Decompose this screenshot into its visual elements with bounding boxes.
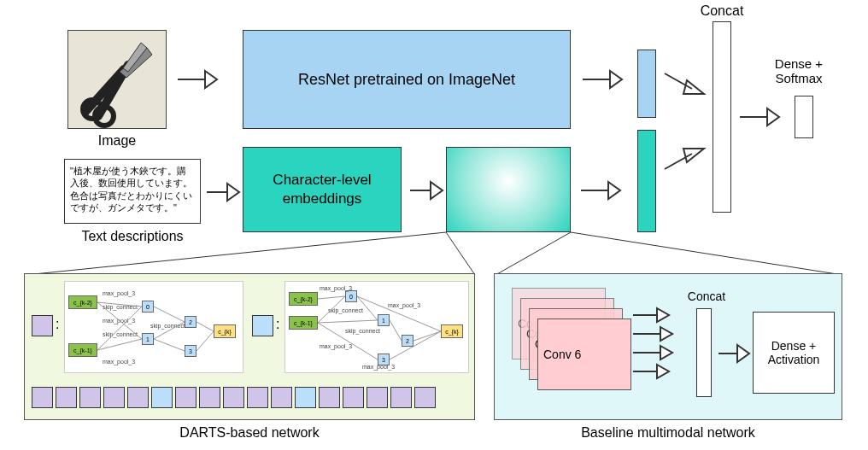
arrow-icon <box>581 67 625 92</box>
text-encoder-block <box>446 147 571 232</box>
concat-vector <box>713 21 731 213</box>
svg-line-24 <box>390 331 441 359</box>
arrow-icon <box>738 104 783 130</box>
cell-block <box>56 387 77 408</box>
cell-block <box>390 387 412 408</box>
svg-line-10 <box>97 339 142 350</box>
cell-block <box>199 387 220 408</box>
cell-block <box>151 387 173 408</box>
cell-block <box>343 387 364 408</box>
dense-activation-block: Dense + Activation <box>753 312 835 394</box>
svg-line-19 <box>318 320 378 323</box>
svg-line-6 <box>496 232 571 275</box>
svg-line-20 <box>390 320 402 341</box>
cell-block <box>103 387 125 408</box>
darts-cell-preview-blue <box>252 315 273 336</box>
cell-block <box>32 387 53 408</box>
svg-line-22 <box>357 296 441 331</box>
embeddings-block: Character-level embeddings <box>243 147 402 232</box>
conv-layer: Conv 6 <box>537 319 631 390</box>
svg-line-17 <box>318 296 345 323</box>
image-feature-vector <box>637 50 656 118</box>
arrow-bundle <box>631 300 686 385</box>
cell-block <box>175 387 196 408</box>
cell-block <box>247 387 268 408</box>
cell-block <box>295 387 316 408</box>
dense-activation-label: Dense + Activation <box>754 339 834 366</box>
cell-block <box>79 387 101 408</box>
cell-block <box>127 387 149 408</box>
svg-line-14 <box>196 322 214 331</box>
svg-line-8 <box>97 302 142 339</box>
svg-line-12 <box>154 322 185 339</box>
darts-cell-diagram-left: c_{k-2} c_{k-1} 0 1 2 3 c_{k} max_pool_3… <box>64 281 243 373</box>
svg-line-13 <box>154 339 185 351</box>
cell-block <box>367 387 388 408</box>
cell-block <box>223 387 244 408</box>
japanese-sample: "植木屋が使う木鋏です。購入後、数回使用しています。色合は写真だとわかりにくいで… <box>70 165 195 213</box>
arrow-icon <box>408 178 444 203</box>
dense-softmax-label: Dense + Softmax <box>760 56 837 85</box>
darts-cell-preview-purple <box>32 315 53 336</box>
text-descriptions-box: "植木屋が使う木鋏です。購入後、数回使用しています。色合は写真だとわかりにくいで… <box>64 159 201 224</box>
arrow-icon <box>661 68 709 99</box>
arrow-icon <box>661 143 709 174</box>
arrow-icon <box>717 341 751 366</box>
concat-top-label: Concat <box>688 3 756 19</box>
resnet-label: ResNet pretrained on ImageNet <box>298 71 515 89</box>
concat-bottom-vector <box>696 308 712 397</box>
resnet-block: ResNet pretrained on ImageNet <box>243 30 571 129</box>
baseline-panel: Conv 3 Conv 4 Conv 5 Conv 6 Concat Dense… <box>494 273 842 420</box>
text-feature-vector <box>637 130 656 232</box>
cell-block <box>271 387 292 408</box>
image-caption: Image <box>67 133 167 149</box>
arrow-icon <box>176 67 220 92</box>
svg-line-15 <box>196 331 214 351</box>
svg-line-16 <box>318 296 345 299</box>
cell-block <box>319 387 340 408</box>
baseline-caption: Baseline multimodal network <box>494 425 842 441</box>
concat-bottom-label: Concat <box>681 289 732 303</box>
darts-cell-diagram-right: c_{k-2} c_{k-1} 0 1 2 3 c_{k} max_pool_3… <box>284 281 469 373</box>
svg-line-9 <box>97 307 142 350</box>
darts-caption: DARTS-based network <box>24 425 475 441</box>
darts-panel: : c_{k-2} c_{k-1} 0 1 2 3 c_{k} max_pool… <box>24 273 475 420</box>
arrow-icon <box>205 179 241 205</box>
svg-line-5 <box>446 232 475 275</box>
svg-line-7 <box>97 302 142 307</box>
darts-block-sequence <box>32 387 436 408</box>
svg-line-4 <box>571 232 842 275</box>
svg-line-18 <box>357 296 378 320</box>
colon: : <box>56 317 59 332</box>
colon: : <box>276 317 279 332</box>
output-vector <box>795 96 813 138</box>
svg-line-3 <box>26 232 446 275</box>
embeddings-label: Character-level embeddings <box>243 171 401 208</box>
cell-block <box>414 387 436 408</box>
svg-line-11 <box>154 307 185 322</box>
svg-line-21 <box>318 323 378 359</box>
arrow-icon <box>579 178 624 203</box>
image-input <box>67 30 167 129</box>
